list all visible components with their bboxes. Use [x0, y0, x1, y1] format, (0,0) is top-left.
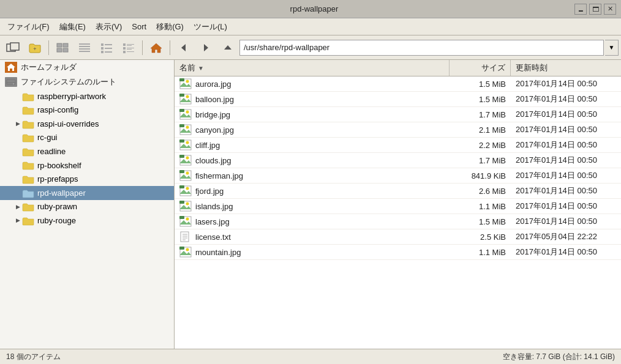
file-name-cell: balloon.jpg — [175, 92, 450, 106]
sidebar-item-filesystem[interactable]: ファイルシステムのルート — [0, 75, 174, 89]
column-date[interactable]: 更新時刻 — [511, 60, 621, 76]
file-name-cell: clouds.jpg — [175, 153, 450, 168]
file-size-cell: 2.6 MiB — [450, 185, 511, 198]
menu-go[interactable]: 移動(G) — [151, 20, 189, 34]
sidebar-tree-item[interactable]: rp-bookshelf — [0, 158, 174, 173]
tree-expander-icon[interactable]: ▶ — [13, 119, 22, 128]
file-date-cell: 2017年01月14日 00:50 — [511, 199, 621, 214]
address-bar[interactable]: /usr/share/rpd-wallpaper — [239, 40, 604, 56]
folder-icon — [22, 215, 37, 226]
file-rows-container: aurora.jpg1.5 MiB2017年01月14日 00:50 ballo… — [175, 76, 621, 260]
view-icon-btn[interactable] — [52, 39, 73, 57]
sidebar-item-home[interactable]: ホームフォルダ — [0, 60, 174, 75]
table-row[interactable]: fisherman.jpg841.9 KiB2017年01月14日 00:50 — [175, 168, 621, 184]
up-button[interactable] — [217, 39, 238, 57]
svg-marker-25 — [151, 43, 162, 53]
table-row[interactable]: islands.jpg1.1 MiB2017年01月14日 00:50 — [175, 199, 621, 214]
table-row[interactable]: cliff.jpg2.2 MiB2017年01月14日 00:50 — [175, 138, 621, 153]
tree-expander-icon[interactable]: ▶ — [13, 216, 22, 225]
menu-tools[interactable]: ツール(L) — [189, 20, 232, 34]
tree-item-label: raspi-ui-overrides — [37, 119, 99, 128]
table-row[interactable]: license.txt2.5 KiB2017年05月04日 22:22 — [175, 229, 621, 245]
home-button[interactable] — [146, 39, 167, 57]
table-row[interactable]: bridge.jpg1.7 MiB2017年01月14日 00:50 — [175, 107, 621, 122]
svg-point-56 — [186, 157, 189, 160]
sidebar-tree: raspberrypi-artworkraspi-config▶raspi-ui… — [0, 89, 174, 228]
sidebar-tree-item[interactable]: readline — [0, 144, 174, 158]
new-folder-button[interactable]: + — [24, 39, 45, 57]
sidebar-tree-item[interactable]: ▶ruby-prawn — [0, 200, 174, 214]
menu-edit[interactable]: 編集(E) — [55, 20, 91, 34]
svg-rect-1 — [10, 43, 19, 50]
menu-bar: ファイル(F) 編集(E) 表示(V) Sort 移動(G) ツール(L) — [0, 18, 621, 35]
svg-rect-19 — [127, 45, 132, 46]
new-window-button[interactable] — [2, 39, 23, 57]
tree-expander-icon — [13, 161, 22, 169]
menu-sort[interactable]: Sort — [127, 20, 151, 33]
file-size-cell: 2.1 MiB — [450, 124, 511, 136]
svg-rect-54 — [179, 155, 184, 158]
sidebar-tree-item[interactable]: ▶ruby-rouge — [0, 214, 174, 228]
close-button[interactable]: ✕ — [604, 4, 616, 15]
view-compact-btn[interactable] — [74, 39, 95, 57]
folder-icon — [22, 146, 37, 157]
svg-rect-34 — [179, 78, 184, 81]
svg-point-72 — [186, 218, 189, 221]
table-row[interactable]: canyon.jpg2.1 MiB2017年01月14日 00:50 — [175, 122, 621, 138]
folder-icon — [22, 160, 37, 171]
folder-icon — [22, 202, 37, 212]
table-row[interactable]: clouds.jpg1.7 MiB2017年01月14日 00:50 — [175, 153, 621, 168]
tree-expander-icon[interactable]: ▶ — [13, 202, 22, 211]
address-dropdown-button[interactable]: ▼ — [605, 40, 619, 56]
folder-icon — [22, 119, 37, 129]
svg-rect-15 — [101, 51, 104, 53]
table-row[interactable]: aurora.jpg1.5 MiB2017年01月14日 00:50 — [175, 76, 621, 92]
sort-indicator: ▼ — [198, 65, 204, 72]
file-date-cell: 2017年01月14日 00:50 — [511, 76, 621, 91]
sidebar-tree-item[interactable]: raspberrypi-artwork — [0, 89, 174, 103]
svg-rect-12 — [105, 44, 112, 45]
address-bar-wrapper: /usr/share/rpd-wallpaper ▼ — [239, 40, 619, 56]
column-size[interactable]: サイズ — [450, 60, 511, 76]
menu-file[interactable]: ファイル(F) — [2, 20, 55, 34]
minimize-button[interactable]: 🗕 — [574, 4, 587, 15]
maximize-button[interactable]: 🗖 — [589, 4, 601, 15]
image-file-icon — [179, 155, 192, 166]
view-list-btn[interactable] — [96, 39, 117, 57]
svg-point-48 — [186, 126, 189, 129]
file-name-cell: bridge.jpg — [175, 107, 450, 122]
file-size-cell: 841.9 KiB — [450, 169, 511, 182]
sidebar-tree-item[interactable]: raspi-config — [0, 103, 174, 117]
forward-button[interactable] — [195, 39, 216, 57]
sidebar-tree-item[interactable]: ▶raspi-ui-overrides — [0, 117, 174, 131]
file-date-cell: 2017年01月14日 00:50 — [511, 184, 621, 198]
table-row[interactable]: balloon.jpg1.5 MiB2017年01月14日 00:50 — [175, 92, 621, 107]
file-size-cell: 1.7 MiB — [450, 108, 511, 121]
sidebar-tree-item[interactable]: rp-prefapps — [0, 172, 174, 186]
image-file-icon — [179, 78, 192, 89]
svg-rect-58 — [179, 170, 184, 173]
file-name: lasers.jpg — [195, 217, 230, 226]
view-detail-btn[interactable] — [118, 39, 139, 57]
svg-rect-70 — [179, 216, 184, 219]
table-row[interactable]: lasers.jpg1.5 MiB2017年01月14日 00:50 — [175, 214, 621, 229]
svg-point-40 — [186, 95, 189, 98]
column-name[interactable]: 名前 ▼ — [175, 60, 450, 76]
svg-point-44 — [186, 111, 189, 114]
file-name-cell: canyon.jpg — [175, 122, 450, 137]
tree-expander-icon — [13, 92, 22, 100]
file-date-cell: 2017年01月14日 00:50 — [511, 122, 621, 137]
menu-view[interactable]: 表示(V) — [91, 20, 127, 34]
svg-rect-21 — [127, 48, 134, 48]
sidebar-tree-item[interactable]: rc-gui — [0, 131, 174, 145]
tree-item-label: rc-gui — [37, 133, 58, 142]
folder-icon — [22, 105, 37, 116]
svg-point-52 — [186, 141, 189, 144]
back-button[interactable] — [173, 39, 194, 57]
folder-icon — [22, 174, 37, 184]
table-row[interactable]: fjord.jpg2.6 MiB2017年01月14日 00:50 — [175, 184, 621, 199]
folder-icon — [22, 91, 37, 102]
svg-marker-26 — [181, 44, 186, 51]
table-row[interactable]: mountain.jpg1.1 MiB2017年01月14日 00:50 — [175, 245, 621, 260]
sidebar-tree-item[interactable]: rpd-wallpaper — [0, 186, 174, 200]
